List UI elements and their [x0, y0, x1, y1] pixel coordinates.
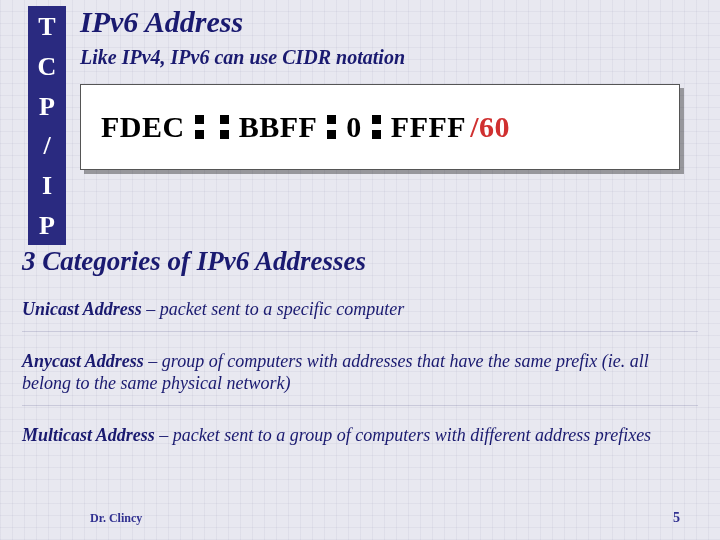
definition-term: Anycast Address	[22, 351, 144, 371]
footer-author: Dr. Clincy	[90, 511, 142, 526]
definition-term: Multicast Address	[22, 425, 155, 445]
addr-suffix: /60	[470, 110, 510, 144]
sidebar-tcp-ip: T C P / I P	[28, 6, 66, 245]
sidebar-letter: /	[28, 125, 66, 165]
sidebar-letter: P	[28, 205, 66, 245]
page-title: IPv6 Address	[80, 5, 243, 39]
definition-term: Unicast Address	[22, 299, 142, 319]
colon-icon	[195, 115, 204, 139]
addr-seg-2: BBFF	[239, 110, 318, 144]
footer-page-number: 5	[673, 510, 680, 526]
addr-seg-1: FDEC	[101, 110, 185, 144]
definitions-list: Unicast Address – packet sent to a speci…	[22, 298, 698, 474]
page-subtitle: Like IPv4, IPv6 can use CIDR notation	[80, 46, 405, 69]
addr-seg-4: FFFF	[391, 110, 466, 144]
definition-desc: – packet sent to a specific computer	[142, 299, 404, 319]
address-example-box: FDEC BBFF 0 FFFF /60	[80, 84, 680, 170]
sidebar-letter: T	[28, 6, 66, 46]
definition-desc: – packet sent to a group of computers wi…	[155, 425, 651, 445]
definition-row: Multicast Address – packet sent to a gro…	[22, 424, 698, 457]
definition-row: Unicast Address – packet sent to a speci…	[22, 298, 698, 332]
colon-icon	[372, 115, 381, 139]
definition-row: Anycast Address – group of computers wit…	[22, 350, 698, 406]
sidebar-letter: P	[28, 86, 66, 126]
sidebar-letter: C	[28, 46, 66, 86]
sidebar-letter: I	[28, 165, 66, 205]
addr-seg-3: 0	[346, 110, 362, 144]
colon-icon	[220, 115, 229, 139]
colon-icon	[327, 115, 336, 139]
section-heading: 3 Categories of IPv6 Addresses	[22, 246, 366, 277]
